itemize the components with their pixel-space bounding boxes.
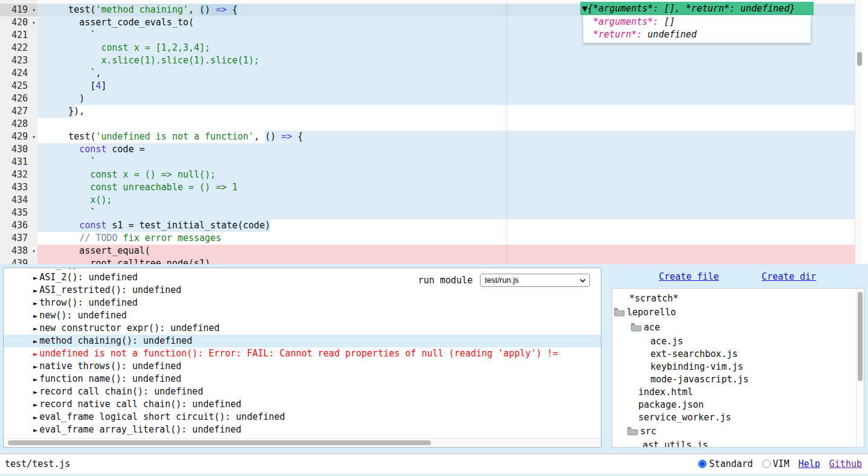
call-result-item[interactable]: ►undefined is not a function(): Error: F… [4, 347, 601, 360]
code-token: const x = () => null(); [57, 169, 216, 180]
call-result-text: new constructor expr(): undefined [39, 323, 219, 333]
file-tree[interactable]: *scratch*leporelloaceace.jsext-searchbox… [612, 288, 864, 448]
code-line[interactable]: assert_equal( [37, 245, 151, 257]
file-tree-file[interactable]: ast_utils.js [612, 439, 864, 448]
call-results-list[interactable]: ►ASI_1(): undefined►ASI_2(): undefined►A… [4, 268, 601, 438]
call-result-item[interactable]: ►record native call chain(): undefined [4, 398, 601, 411]
file-tree-file[interactable]: keybinding-vim.js [612, 360, 864, 373]
code-line[interactable]: `, [37, 67, 101, 80]
code-line[interactable]: const x = [1,2,3,4]; [37, 42, 210, 54]
code-line[interactable] [37, 118, 57, 130]
code-line[interactable]: const x = () => null(); [37, 169, 216, 181]
code-line[interactable]: [4] [37, 80, 106, 92]
expand-triangle-icon[interactable]: ► [33, 274, 37, 282]
radio-standard[interactable] [698, 460, 707, 468]
code-line[interactable]: ` [37, 207, 96, 219]
expand-triangle-icon[interactable]: ► [33, 299, 37, 307]
editor-gutter[interactable]: 419▾420▾421422423424425426427428429▾4304… [0, 0, 37, 264]
call-result-text: native throws(): undefined [39, 361, 181, 371]
code-line[interactable]: x(); [37, 194, 112, 207]
file-tree-file[interactable]: service_worker.js [612, 411, 864, 423]
run-module-select[interactable]: test/run.js [480, 274, 590, 287]
code-line[interactable]: // TODO fix error messages [37, 232, 221, 245]
code-line[interactable]: assert_code_evals_to( [37, 16, 194, 29]
expand-triangle-icon[interactable]: ► [33, 375, 37, 384]
fold-arrow-icon[interactable]: ▾ [32, 130, 36, 143]
file-tree-file[interactable]: mode-javascript.js [612, 373, 864, 385]
file-tree-file[interactable]: package.json [612, 398, 864, 411]
code-line[interactable]: root_calltree_node(s1) [37, 257, 210, 264]
tooltip-entry[interactable]: *arguments*: [] [583, 16, 811, 28]
keybinding-vim-option[interactable]: VIM [762, 458, 789, 469]
radio-vim[interactable] [762, 460, 771, 468]
code-token: x.slice(1).slice(1).slice(1); [57, 55, 259, 66]
create-file-link[interactable]: Create file [659, 271, 719, 282]
expand-triangle-icon[interactable]: ► [33, 268, 37, 269]
gutter-line-number: 433 [0, 181, 37, 194]
fold-arrow-icon[interactable]: ▾ [32, 16, 36, 29]
expand-triangle-icon[interactable]: ► [33, 350, 37, 358]
file-tree-file[interactable]: ace.js [612, 335, 864, 347]
code-line[interactable]: }), [37, 105, 85, 118]
file-name: leporello [627, 307, 676, 318]
fold-arrow-icon[interactable]: ▾ [32, 4, 36, 16]
value-tooltip-header[interactable]: ▼{*arguments*: [], *return*: undefined} [580, 2, 814, 15]
call-result-item[interactable]: ►new(): undefined [4, 309, 601, 322]
keybinding-standard-option[interactable]: Standard [698, 458, 753, 469]
files-vertical-scrollbar[interactable] [856, 289, 864, 447]
call-result-item[interactable]: ►eval_frame array_literal(): undefined [4, 423, 601, 436]
help-link[interactable]: Help [798, 458, 820, 469]
code-line[interactable]: test('undefined is not a function', () =… [37, 130, 303, 143]
call-result-item[interactable]: ►method chaining(): undefined [4, 335, 601, 347]
editor-vertical-scrollbar[interactable] [855, 0, 863, 264]
status-bar: test/test.js Standard VIM Help Github [0, 454, 868, 474]
call-result-item[interactable]: ►eval_frame logical short circuit(): und… [4, 411, 601, 423]
eval-region-highlight [37, 207, 855, 219]
expand-triangle-icon[interactable]: ► [33, 426, 37, 434]
code-token: ) [57, 93, 85, 104]
code-line[interactable]: x.slice(1).slice(1).slice(1); [37, 54, 259, 67]
code-token [57, 220, 79, 231]
fold-arrow-icon[interactable]: ▾ [32, 245, 36, 257]
scrollbar-thumb[interactable] [8, 440, 431, 445]
code-line[interactable]: ) [37, 92, 85, 105]
expand-triangle-icon[interactable]: ► [33, 286, 37, 295]
file-tree-file[interactable]: *scratch* [612, 292, 864, 304]
github-link[interactable]: Github [829, 458, 862, 469]
code-line[interactable]: ` [37, 29, 96, 42]
file-tree-file[interactable]: ext-searchbox.js [612, 347, 864, 360]
expand-triangle-icon[interactable]: ► [33, 388, 37, 396]
call-result-item[interactable]: ►record call chain(): undefined [4, 385, 601, 398]
expand-triangle-icon[interactable]: ► [33, 400, 37, 409]
scrollbar-thumb[interactable] [858, 292, 863, 381]
code-token: ` [57, 30, 96, 40]
expand-triangle-icon[interactable]: ► [33, 413, 37, 422]
call-result-item[interactable]: ►throw(): undefined [4, 297, 601, 309]
expand-triangle-icon[interactable]: ► [33, 362, 37, 371]
call-result-item[interactable]: ►function name(): undefined [4, 373, 601, 385]
file-tree-folder[interactable]: ace [612, 320, 864, 335]
code-line[interactable]: const unreachable = () => 1 [37, 181, 238, 194]
collapse-triangle-icon[interactable]: ▼ [582, 3, 588, 14]
code-line[interactable]: const code = [37, 143, 145, 156]
code-token [57, 144, 79, 155]
file-tree-file[interactable]: index.html [612, 385, 864, 398]
code-token: test( [57, 131, 96, 142]
code-line[interactable]: const s1 = test_initial_state(code) [37, 219, 270, 232]
scrollbar-thumb[interactable] [857, 52, 862, 66]
call-result-text: eval_frame array_literal(): undefined [39, 424, 241, 435]
tooltip-entry[interactable]: *return*: undefined [583, 28, 811, 41]
call-result-item[interactable]: ►native throws(): undefined [4, 360, 601, 373]
call-result-item[interactable]: ►new constructor expr(): undefined [4, 322, 601, 335]
create-dir-link[interactable]: Create dir [762, 271, 816, 282]
code-line[interactable]: ` [37, 156, 96, 169]
file-tree-folder[interactable]: leporello [612, 304, 864, 320]
chevron-down-icon [580, 278, 586, 283]
code-line[interactable]: test('method chaining', () => { [37, 4, 238, 16]
calls-horizontal-scrollbar[interactable] [4, 438, 601, 447]
call-result-text: method chaining(): undefined [39, 335, 192, 346]
expand-triangle-icon[interactable]: ► [33, 337, 37, 346]
file-tree-folder[interactable]: src [612, 423, 864, 439]
expand-triangle-icon[interactable]: ► [33, 312, 37, 320]
expand-triangle-icon[interactable]: ► [33, 324, 37, 333]
